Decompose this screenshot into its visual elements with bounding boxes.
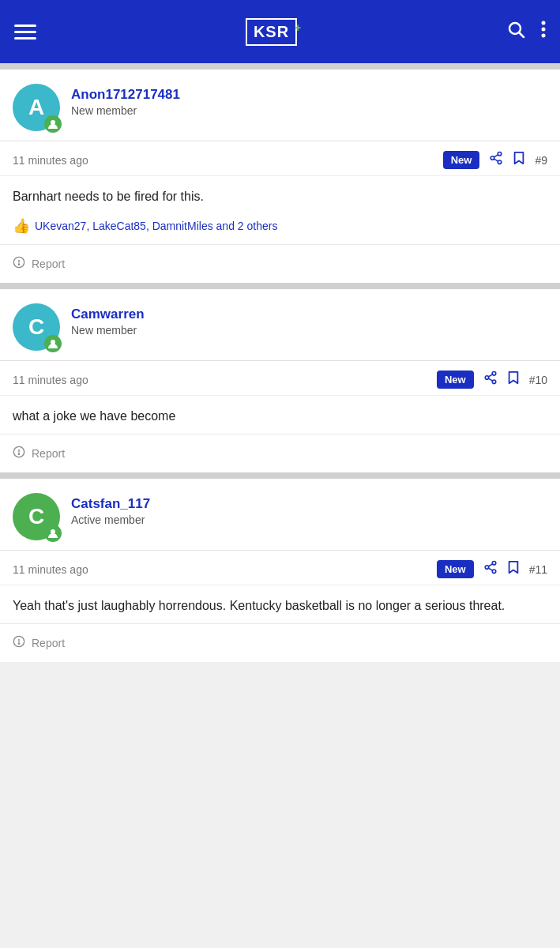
- user-role-2: New member: [71, 324, 145, 337]
- svg-line-19: [488, 374, 492, 377]
- post-number-1: #9: [535, 154, 547, 167]
- avatar-wrapper-3: C: [13, 493, 60, 540]
- section-divider-1: [0, 63, 560, 70]
- logo-plus: +: [295, 21, 302, 34]
- share-icon-2[interactable]: [483, 371, 498, 389]
- user-name-1[interactable]: Anon1712717481: [71, 87, 180, 103]
- user-name-2[interactable]: Camwarren: [71, 307, 145, 322]
- report-row-1: Report: [0, 244, 560, 283]
- post-time-2: 11 minutes ago: [13, 374, 88, 386]
- app-header: KSR+: [0, 0, 560, 63]
- report-icon-3: [13, 635, 25, 651]
- post-content-3: Yeah that's just laughably horrendous. K…: [0, 585, 560, 623]
- user-block-3: C Catsfan_117 Active member: [0, 479, 560, 550]
- section-divider-3: [0, 472, 560, 479]
- svg-point-4: [541, 34, 545, 38]
- avatar-badge-3: [44, 525, 62, 542]
- post-actions-2: New #10: [437, 371, 547, 389]
- user-info-2: Camwarren New member: [71, 303, 145, 337]
- post-actions-3: New #11: [437, 560, 547, 578]
- avatar-badge-1: [44, 115, 62, 133]
- svg-point-2: [541, 21, 545, 25]
- user-role-1: New member: [71, 104, 180, 117]
- hamburger-menu-button[interactable]: [14, 24, 36, 40]
- more-options-icon[interactable]: [541, 20, 546, 43]
- post-number-3: #11: [529, 563, 547, 576]
- user-name-3[interactable]: Catsfan_117: [71, 496, 150, 512]
- avatar-wrapper-1: A: [13, 84, 60, 131]
- bookmark-icon-3[interactable]: [507, 560, 520, 578]
- svg-point-3: [541, 28, 545, 32]
- svg-line-27: [488, 568, 492, 570]
- post-block-2: 11 minutes ago New #10 what a joke we ha…: [0, 360, 560, 434]
- app-logo: KSR+: [246, 18, 297, 46]
- user-role-3: Active member: [71, 514, 150, 526]
- search-icon[interactable]: [506, 20, 525, 43]
- post-likes-1: 👍 UKevan27, LakeCat85, DamnitMiles and 2…: [0, 214, 560, 244]
- post-text-1: Barnhart needs to be fired for this.: [13, 187, 547, 206]
- report-label-2[interactable]: Report: [32, 447, 65, 460]
- report-row-3: Report: [0, 623, 560, 662]
- user-block-2: C Camwarren New member: [0, 289, 560, 360]
- bookmark-icon-1[interactable]: [513, 151, 525, 169]
- svg-line-18: [488, 378, 492, 381]
- share-icon-3[interactable]: [483, 560, 498, 578]
- new-badge-2[interactable]: New: [437, 371, 474, 389]
- svg-point-22: [18, 453, 19, 454]
- post-block-1: 11 minutes ago New #9 Barnhart needs to …: [0, 141, 560, 244]
- svg-line-28: [488, 564, 492, 566]
- new-badge-3[interactable]: New: [437, 560, 474, 578]
- report-icon-2: [13, 446, 25, 461]
- post-text-2: what a joke we have become: [13, 407, 547, 426]
- post-meta-3: 11 minutes ago New #11: [0, 551, 560, 585]
- svg-point-31: [18, 643, 19, 644]
- post-text-3: Yeah that's just laughably horrendous. K…: [13, 596, 547, 615]
- like-icon-1: 👍: [13, 217, 30, 235]
- new-badge-1[interactable]: New: [443, 151, 480, 169]
- share-icon-1[interactable]: [489, 151, 503, 169]
- post-number-2: #10: [529, 374, 547, 386]
- post-content-1: Barnhart needs to be fired for this.: [0, 176, 560, 214]
- post-time-1: 11 minutes ago: [13, 154, 88, 167]
- post-content-2: what a joke we have become: [0, 396, 560, 434]
- post-block-3: 11 minutes ago New #11 Yeah that's just …: [0, 550, 560, 623]
- report-label-3[interactable]: Report: [32, 637, 65, 649]
- like-users-1[interactable]: UKevan27, LakeCat85, DamnitMiles and 2 o…: [35, 220, 277, 232]
- svg-line-10: [494, 155, 498, 157]
- svg-line-1: [519, 33, 524, 38]
- header-right-actions: [506, 20, 546, 43]
- report-label-1[interactable]: Report: [32, 258, 65, 270]
- report-row-2: Report: [0, 434, 560, 472]
- user-info-3: Catsfan_117 Active member: [71, 493, 150, 526]
- post-meta-1: 11 minutes ago New #9: [0, 141, 560, 176]
- post-actions-1: New #9: [443, 151, 547, 169]
- svg-line-9: [494, 159, 498, 161]
- user-info-1: Anon1712717481 New member: [71, 84, 180, 117]
- section-divider-2: [0, 283, 560, 289]
- avatar-badge-2: [44, 335, 62, 352]
- bookmark-icon-2[interactable]: [507, 371, 520, 389]
- svg-point-13: [18, 264, 19, 265]
- logo-text: KSR: [254, 23, 289, 40]
- avatar-wrapper-2: C: [13, 303, 60, 351]
- report-icon-1: [13, 256, 25, 272]
- post-meta-2: 11 minutes ago New #10: [0, 361, 560, 396]
- post-time-3: 11 minutes ago: [13, 563, 88, 576]
- user-block-1: A Anon1712717481 New member: [0, 70, 560, 141]
